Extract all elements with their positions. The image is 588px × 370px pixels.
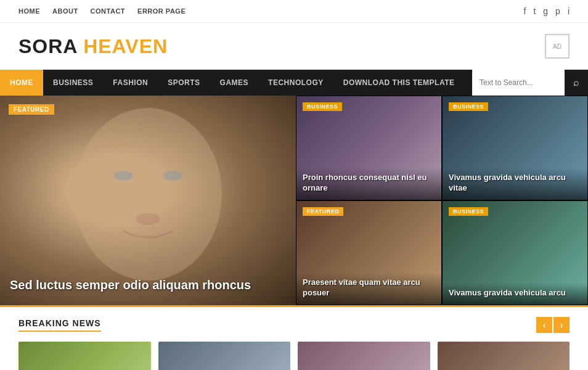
- hero-section: FEATURED Sed luctus semper odio aliquam …: [0, 96, 588, 305]
- hero-card-1-content: Proin rhoncus consequat nisl eu ornare: [296, 168, 441, 200]
- hero-featured-badge: FEATURED: [9, 104, 54, 115]
- main-nav-items: HOME BUSINESS FASHION SPORTS GAMES TECHN…: [0, 70, 472, 96]
- nav-home[interactable]: HOME: [0, 70, 43, 96]
- breaking-card-1[interactable]: [18, 342, 151, 370]
- breaking-news-nav: ‹ ›: [536, 317, 570, 333]
- hero-card-4-badge: BUSINESS: [449, 207, 488, 216]
- twitter-icon[interactable]: t: [533, 6, 536, 16]
- nav-download-template[interactable]: DOWNLOAD THIS TEMPLATE: [333, 70, 465, 96]
- search-input[interactable]: [472, 70, 565, 96]
- logo-heaven: HEAVEN: [83, 35, 168, 57]
- instagram-icon[interactable]: i: [568, 6, 570, 16]
- nav-fashion[interactable]: FASHION: [103, 70, 158, 96]
- hero-card-3[interactable]: FEATURED Praesent vitae quam vitae arcu …: [296, 200, 442, 305]
- nav-sports[interactable]: SPORTS: [158, 70, 210, 96]
- hero-card-2-badge: BUSINESS: [449, 102, 488, 111]
- breaking-news-title: BREAKING NEWS: [18, 318, 101, 332]
- breaking-next-button[interactable]: ›: [553, 317, 570, 333]
- breaking-prev-button[interactable]: ‹: [536, 317, 552, 333]
- svg-point-1: [114, 171, 133, 181]
- nav-games[interactable]: GAMES: [210, 70, 259, 96]
- hero-card-4-content: Vivamus gravida vehicula arcu: [443, 283, 587, 305]
- search-icon: ⌕: [573, 77, 579, 88]
- hero-grid: BUSINESS Proin rhoncus consequat nisl eu…: [296, 96, 588, 305]
- breaking-card-3[interactable]: [298, 342, 430, 370]
- nav-technology[interactable]: TECHNOLOGY: [258, 70, 333, 96]
- breaking-card-4[interactable]: [438, 342, 570, 370]
- hero-main-image: [0, 96, 296, 305]
- facebook-icon[interactable]: f: [524, 6, 526, 16]
- pinterest-icon[interactable]: p: [555, 6, 560, 16]
- hero-card-2-title: Vivamus gravida vehicula arcu vitae: [449, 173, 581, 194]
- top-nav-bar: HOME ABOUT CONTACT ERROR PAGE f t g p i: [0, 0, 588, 23]
- hero-image-overlay: [0, 96, 296, 305]
- hero-card-3-badge: FEATURED: [303, 207, 343, 216]
- svg-point-2: [163, 171, 182, 181]
- hero-card-1-badge: BUSINESS: [303, 102, 342, 111]
- breaking-news-cards: [18, 342, 570, 370]
- social-icons: f t g p i: [524, 6, 570, 16]
- top-nav-links: HOME ABOUT CONTACT ERROR PAGE: [18, 7, 186, 15]
- hero-card-3-title: Praesent vitae quam vitae arcu posuer: [303, 278, 435, 298]
- hero-card-2-content: Vivamus gravida vehicula arcu vitae: [443, 168, 587, 200]
- nav-link-about[interactable]: ABOUT: [52, 7, 78, 15]
- breaking-news-section: BREAKING NEWS ‹ ›: [0, 305, 588, 370]
- search-button[interactable]: ⌕: [565, 70, 588, 96]
- hero-card-4[interactable]: BUSINESS Vivamus gravida vehicula arcu: [442, 200, 588, 305]
- logo-sora: SORA: [18, 35, 77, 57]
- hero-card-1[interactable]: BUSINESS Proin rhoncus consequat nisl eu…: [296, 96, 442, 200]
- hero-main-title: Sed luctus semper odio aliquam rhoncus: [10, 277, 286, 293]
- svg-point-0: [74, 108, 222, 281]
- hero-card-1-title: Proin rhoncus consequat nisl eu ornare: [303, 173, 435, 194]
- nav-business[interactable]: BUSINESS: [43, 70, 103, 96]
- nav-link-home[interactable]: HOME: [18, 7, 40, 15]
- breaking-card-2[interactable]: [158, 342, 291, 370]
- main-nav: HOME BUSINESS FASHION SPORTS GAMES TECHN…: [0, 70, 588, 96]
- hero-card-4-title: Vivamus gravida vehicula arcu: [449, 288, 581, 298]
- svg-point-3: [136, 213, 160, 225]
- googleplus-icon[interactable]: g: [543, 6, 548, 16]
- hero-card-2[interactable]: BUSINESS Vivamus gravida vehicula arcu v…: [442, 96, 588, 200]
- hero-main-card[interactable]: FEATURED Sed luctus semper odio aliquam …: [0, 96, 296, 305]
- breaking-news-header: BREAKING NEWS ‹ ›: [18, 317, 570, 333]
- nav-link-error[interactable]: ERROR PAGE: [137, 7, 186, 15]
- site-logo[interactable]: SORA HEAVEN: [18, 35, 168, 58]
- ad-icon: AD: [545, 34, 570, 59]
- hero-card-3-content: Praesent vitae quam vitae arcu posuer: [296, 273, 441, 305]
- nav-search: ⌕: [472, 70, 588, 96]
- logo-area: SORA HEAVEN AD: [0, 23, 588, 70]
- nav-link-contact[interactable]: CONTACT: [91, 7, 125, 15]
